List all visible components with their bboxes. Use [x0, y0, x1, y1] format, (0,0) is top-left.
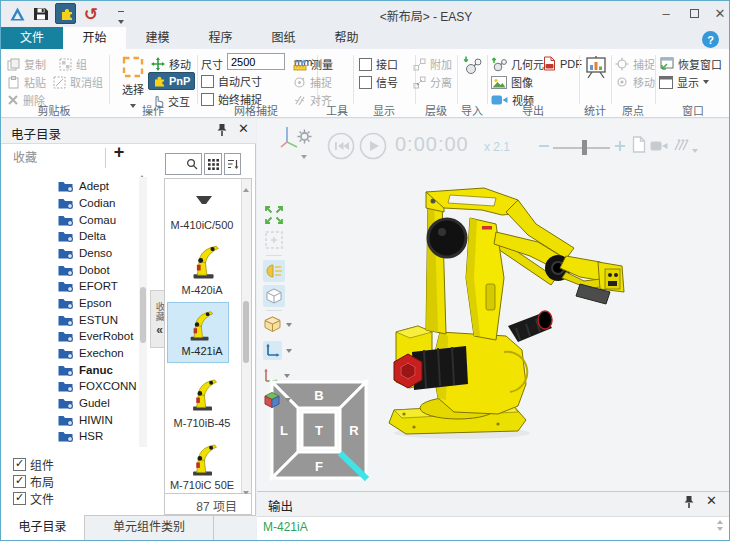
list-item-label[interactable]: M-420iA [164, 284, 240, 296]
grid-view-button[interactable] [204, 153, 222, 175]
filter-layout-checkbox[interactable]: 布局 [13, 473, 54, 490]
tree-item-efort[interactable]: EFORT [58, 278, 118, 294]
origin-move-button[interactable]: 移动 [615, 74, 655, 90]
tab-modeling[interactable]: 建模 [126, 27, 189, 49]
export-image-button[interactable]: 图像 [491, 74, 533, 90]
tree-item-everrobot[interactable]: EverRobot [58, 328, 133, 344]
tree-item-fanuc[interactable]: Fanuc [58, 362, 113, 378]
pin-panel-button[interactable] [216, 123, 228, 138]
tab-file[interactable]: 文件 [1, 27, 63, 49]
record-video-button[interactable] [650, 140, 668, 152]
list-scrollbar-thumb[interactable] [243, 301, 249, 363]
frame-type-button[interactable] [263, 315, 292, 334]
restore-window-button[interactable]: 恢复窗口 [659, 56, 722, 72]
origin-snap-button[interactable]: 捕捉 [615, 56, 655, 72]
qat-customize-button[interactable] [118, 11, 124, 26]
display-menu-button[interactable]: 显示 [659, 74, 709, 90]
rewind-button[interactable] [327, 132, 355, 160]
output-scroll-buttons[interactable] [717, 520, 723, 531]
statistics-button[interactable] [585, 54, 607, 80]
list-item-label[interactable]: M-710iB-45 [164, 417, 240, 429]
tree-item-estun[interactable]: ESTUN [58, 312, 118, 328]
speed-decrease-icon[interactable] [539, 144, 549, 148]
filter-components-checkbox[interactable]: 组件 [13, 456, 54, 473]
export-geometry-button[interactable]: 几何元 [491, 56, 544, 72]
selected-item-label[interactable]: M-421iA [164, 345, 240, 357]
tree-item-dobot[interactable]: Dobot [58, 262, 110, 278]
tree-item-foxconn[interactable]: FOXCONN [58, 378, 137, 394]
detach-button[interactable]: 分离 [413, 74, 452, 90]
item-thumbnail[interactable] [185, 371, 221, 415]
tree-item-comau[interactable]: Comau [58, 212, 116, 228]
fit-view-button[interactable] [263, 204, 285, 226]
ungroup-button[interactable]: 取消组 [53, 74, 103, 90]
tree-item-exechon[interactable]: Exechon [58, 345, 124, 361]
pin-output-button[interactable] [683, 495, 695, 510]
help-button[interactable]: ? [702, 31, 719, 48]
undo-button[interactable]: ↺ [80, 3, 102, 25]
trace-button[interactable] [672, 136, 689, 152]
catalog-search-input[interactable] [165, 153, 202, 175]
minimize-button[interactable]: – [653, 1, 679, 26]
tab-cell-component-category[interactable]: 单元组件类别 [85, 515, 214, 541]
item-thumbnail[interactable] [185, 239, 223, 281]
tree-item-adept[interactable]: Adept [58, 178, 109, 194]
simulation-settings-button[interactable] [297, 129, 312, 144]
tab-ecatalog[interactable]: 电子目录 [1, 515, 85, 541]
sort-button[interactable] [224, 153, 241, 175]
paste-button[interactable]: 粘贴 [7, 74, 46, 90]
item-thumbnail-partial[interactable] [195, 195, 213, 205]
shading-mode-button[interactable] [263, 285, 285, 307]
lighting-button[interactable] [263, 260, 285, 282]
close-button[interactable]: ✕ [707, 1, 730, 26]
close-output-button[interactable]: ✕ [706, 493, 717, 508]
item-thumbnail[interactable] [185, 437, 221, 479]
record-pdf-button[interactable] [632, 136, 646, 153]
tree-item-hsr[interactable]: HSR [58, 428, 103, 444]
move-button[interactable]: 移动 [151, 56, 191, 72]
list-item-label[interactable]: M-710iC 50E [164, 479, 240, 491]
filter-files-checkbox[interactable]: 文件 [13, 490, 54, 507]
list-item-label[interactable]: M-410iC/500 [164, 219, 240, 231]
export-pdf-button[interactable]: PDF [543, 56, 582, 71]
interface-checkbox[interactable]: 接口 [359, 56, 398, 72]
group-button[interactable]: 组 [59, 56, 87, 72]
select-button[interactable]: 选择 [113, 53, 153, 105]
attach-button[interactable]: 附加 [413, 56, 452, 72]
tree-item-denso[interactable]: Denso [58, 245, 112, 261]
tree-item-codian[interactable]: Codian [58, 195, 115, 211]
import-button[interactable] [462, 55, 484, 77]
auto-size-checkbox[interactable]: 自动尺寸 [201, 73, 262, 89]
signal-checkbox[interactable]: 信号 [359, 74, 398, 90]
tab-drawing[interactable]: 图纸 [252, 27, 315, 49]
measure-button[interactable]: 测量 [293, 56, 333, 72]
tab-help[interactable]: 帮助 [315, 27, 378, 49]
speed-slider-handle[interactable] [582, 140, 587, 155]
grid-size-input[interactable] [227, 53, 285, 70]
tab-home[interactable]: 开始 [63, 27, 126, 49]
fit-selected-button[interactable] [263, 229, 285, 251]
tab-program[interactable]: 程序 [189, 27, 252, 49]
chevron-down-icon[interactable] [301, 149, 307, 161]
item-thumbnail[interactable] [183, 304, 217, 344]
play-button[interactable] [359, 132, 387, 160]
orientation-cube-button[interactable] [263, 391, 291, 409]
close-panel-button[interactable]: ✕ [238, 121, 249, 136]
chevron-down-icon[interactable] [692, 143, 698, 155]
save-button[interactable] [30, 3, 52, 25]
tree-item-epson[interactable]: Epson [58, 295, 112, 311]
copy-button[interactable]: 复制 [7, 56, 46, 72]
move-mode-button[interactable] [263, 341, 292, 360]
tree-scrollbar-thumb[interactable] [140, 287, 146, 343]
tree-item-gudel[interactable]: Gudel [58, 395, 110, 411]
add-favorite-button[interactable]: + [110, 142, 128, 163]
maximize-button[interactable] [681, 1, 707, 26]
list-scroll-up[interactable] [243, 182, 249, 194]
pnp-button[interactable]: PnP [148, 72, 195, 90]
tree-item-hiwin[interactable]: HIWIN [58, 412, 113, 428]
snap-button[interactable]: 捕捉 [293, 74, 332, 90]
pnp-quick-button[interactable] [55, 3, 76, 24]
group-label-show: 显示 [353, 102, 415, 118]
tree-item-delta[interactable]: Delta [58, 228, 106, 244]
speed-increase-icon[interactable] [615, 141, 625, 151]
